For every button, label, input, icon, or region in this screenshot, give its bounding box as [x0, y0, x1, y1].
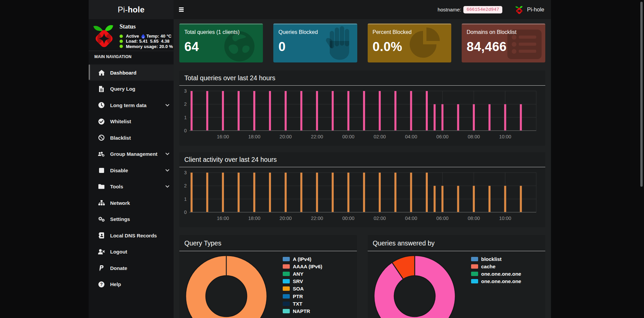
svg-text:3: 3 — [184, 171, 187, 175]
legend-swatch — [471, 279, 478, 283]
sidebar-item-whitelist[interactable]: Whitelist — [89, 113, 174, 130]
legend-label: TXT — [293, 301, 302, 307]
sidebar-item-label: Help — [110, 281, 121, 287]
brand-name-bold: hole — [128, 5, 144, 14]
sidebar-item-label: Network — [110, 200, 130, 206]
sidebar-item-help[interactable]: ? Help — [89, 276, 174, 292]
sidebar-item-network[interactable]: Network — [89, 195, 174, 211]
chart-body[interactable]: 012316:0018:0020:0022:0000:0002:0004:000… — [179, 86, 545, 146]
legend-swatch — [283, 272, 290, 276]
legend-swatch — [283, 286, 290, 291]
queries-answered-donut — [373, 255, 456, 318]
brand-link[interactable]: Pi-hole — [89, 0, 174, 19]
gears-icon — [98, 216, 105, 223]
active-label: Active — [126, 34, 139, 39]
sidebar: Pi-hole Status A — [89, 0, 174, 318]
hamburger-menu-icon[interactable] — [179, 7, 184, 12]
address-book-icon — [98, 232, 105, 239]
load-values: 5.41 5.65 4.38 — [139, 39, 169, 44]
clock-icon — [98, 102, 105, 108]
svg-text:10:00: 10:00 — [499, 134, 511, 139]
svg-text:04:00: 04:00 — [405, 216, 417, 221]
status-row-memory: Memory usage: 20.0 % — [120, 44, 173, 49]
legend-item[interactable]: AAAA (IPv6) — [283, 263, 322, 270]
sidebar-item-logout[interactable]: Logout — [89, 243, 174, 260]
stat-card-value: 0 — [278, 40, 352, 54]
load-label: Load: — [126, 39, 138, 44]
sidebar-item-local-dns-records[interactable]: Local DNS Records — [89, 227, 174, 244]
chart-body[interactable]: A (IPv4)AAAA (IPv6)ANYSRVSOAPTRTXTNAPTR — [179, 251, 357, 318]
svg-text:20:00: 20:00 — [280, 134, 292, 139]
legend-item[interactable]: one.one.one.one — [471, 270, 521, 277]
sidebar-item-blacklist[interactable]: Blacklist — [89, 130, 174, 146]
sidebar-item-group-management[interactable]: Group Management — [89, 146, 174, 162]
navbar-app-name: Pi-hole — [527, 6, 544, 13]
legend-swatch — [283, 279, 290, 283]
stat-card-title: Queries Blocked — [278, 29, 352, 35]
navbar-brand[interactable]: Pi-hole — [515, 5, 544, 14]
legend-item[interactable]: NAPTR — [283, 307, 322, 315]
stat-card-total-queries[interactable]: Total queries (1 clients) 64 — [179, 24, 263, 62]
legend-item[interactable]: A (IPv4) — [283, 255, 322, 263]
legend-label: blocklist — [481, 256, 502, 262]
temp-label: Temp: — [146, 34, 159, 39]
chevron-down-icon — [166, 153, 169, 155]
sitemap-icon — [98, 199, 105, 206]
legend-item[interactable]: blocklist — [471, 255, 521, 263]
sidebar-item-query-log[interactable]: Query Log — [89, 81, 174, 97]
card-header: Total queries over last 24 hours — [179, 71, 545, 86]
paypal-icon — [98, 265, 105, 271]
legend-item[interactable]: PTR — [283, 292, 322, 300]
load-indicator-dot — [120, 40, 123, 43]
legend-label: PTR — [293, 293, 303, 299]
stat-card-queries-blocked[interactable]: Queries Blocked 0 — [273, 24, 357, 62]
svg-text:18:00: 18:00 — [248, 216, 260, 221]
legend-swatch — [471, 272, 478, 276]
svg-text:04:00: 04:00 — [405, 134, 417, 139]
sidebar-item-label: Dashboard — [110, 70, 136, 76]
stat-card-percent-blocked[interactable]: Percent Blocked 0.0% — [368, 24, 451, 62]
chart-body[interactable]: blocklistcacheone.one.one.oneone.one.one… — [368, 251, 545, 318]
sidebar-item-label: Tools — [110, 184, 123, 189]
sidebar-item-tools[interactable]: Tools — [89, 178, 174, 195]
chart-body[interactable]: 012316:0018:0020:0022:0000:0002:0004:000… — [179, 167, 545, 227]
legend-item[interactable]: cache — [471, 263, 521, 270]
legend-item[interactable]: one.one.one.one — [471, 278, 521, 285]
sidebar-item-label: Settings — [110, 216, 130, 222]
chart-title: Client activity over last 24 hours — [184, 156, 540, 163]
svg-text:02:00: 02:00 — [374, 216, 386, 221]
chart-title: Queries answered by — [373, 239, 540, 247]
chevron-down-icon — [166, 169, 169, 172]
legend-swatch — [283, 302, 290, 306]
svg-text:22:00: 22:00 — [311, 134, 323, 139]
sidebar-item-label: Local DNS Records — [110, 233, 157, 238]
page-scrollbar-thumb[interactable] — [640, 2, 643, 187]
legend-swatch — [283, 309, 290, 313]
legend-label: ANY — [293, 271, 304, 277]
sidebar-item-long-term-data[interactable]: Long term data — [89, 97, 174, 113]
legend-item[interactable]: TXT — [283, 300, 322, 307]
svg-text:16:00: 16:00 — [217, 216, 229, 221]
raspberry-small-icon — [515, 5, 523, 14]
sidebar-item-settings[interactable]: Settings — [89, 211, 174, 227]
svg-text:0: 0 — [184, 128, 187, 133]
sidebar-scrollbar-thumb[interactable] — [89, 64, 90, 80]
legend-label: NAPTR — [293, 308, 310, 314]
hostname-badge: 666154e2d947 — [463, 6, 502, 13]
queries-answered-card: Queries answered by blocklistcacheone.on… — [368, 235, 545, 318]
chevron-down-icon — [166, 185, 169, 188]
legend-item[interactable]: SRV — [283, 278, 322, 285]
query-types-donut — [185, 255, 268, 318]
sidebar-item-label: Disable — [110, 168, 128, 173]
status-title: Status — [120, 23, 173, 30]
stat-card-domains-blocklist[interactable]: Domains on Blocklist 84,466 — [462, 24, 545, 62]
legend-item[interactable]: ANY — [283, 270, 322, 277]
legend-swatch — [283, 257, 290, 261]
legend-item[interactable]: SOA — [283, 285, 322, 292]
query-types-card: Query Types A (IPv4)AAAA (IPv6)ANYSRVSOA… — [179, 235, 357, 318]
sidebar-item-disable[interactable]: Disable — [89, 162, 174, 179]
stat-card-title: Percent Blocked — [373, 29, 446, 35]
svg-text:?: ? — [100, 282, 103, 287]
sidebar-item-dashboard[interactable]: Dashboard — [89, 64, 174, 81]
sidebar-item-donate[interactable]: Donate — [89, 260, 174, 276]
